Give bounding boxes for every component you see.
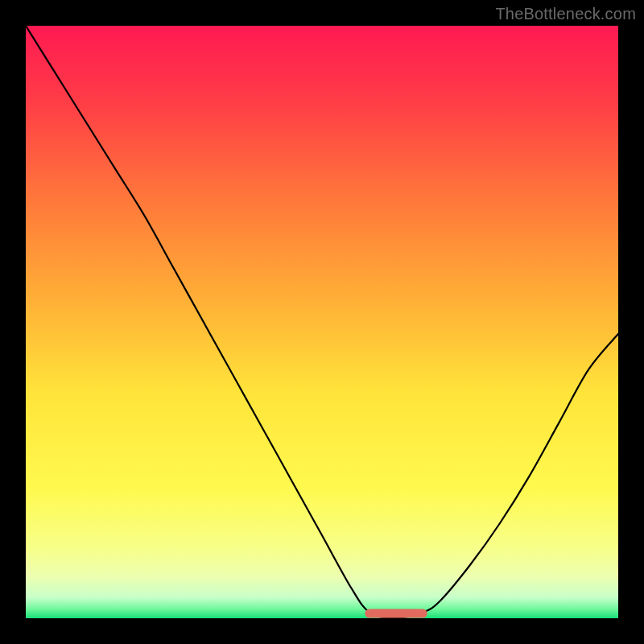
bottleneck-chart <box>26 26 618 618</box>
chart-frame <box>26 26 618 618</box>
watermark-text: TheBottleneck.com <box>495 5 636 23</box>
gradient-background <box>26 26 618 618</box>
